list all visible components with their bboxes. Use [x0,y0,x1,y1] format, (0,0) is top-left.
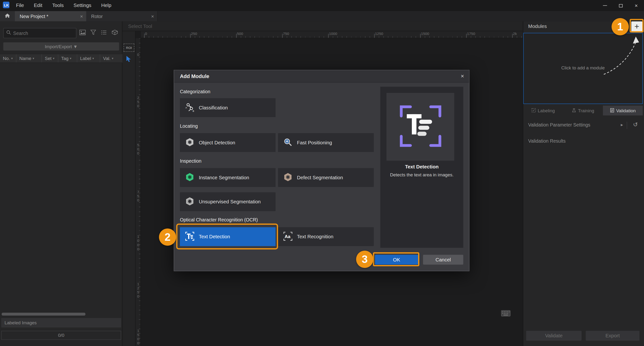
module-fast-positioning[interactable]: Fast Positioning [278,133,374,152]
column-name[interactable]: Name▾ [16,54,42,62]
tab-close-icon[interactable]: × [80,13,83,19]
reset-icon[interactable]: ↺ [633,121,638,128]
column-label[interactable]: Label▾ [77,54,100,62]
sort-arrow-icon: ▾ [11,56,13,60]
menu-tools[interactable]: Tools [47,0,69,11]
list-view-button[interactable] [100,29,108,38]
labeling-icon [532,108,536,113]
horizontal-scrollbar[interactable] [2,313,86,316]
defect-segmentation-icon [283,172,293,183]
cancel-button[interactable]: Cancel [423,255,463,264]
roi-label: ROI [126,46,132,49]
fast-positioning-icon [283,137,293,148]
tab-validation[interactable]: Validation [603,106,642,115]
virtual-keyboard-button[interactable] [501,310,510,318]
ruler-label: 1000 [329,32,337,36]
sort-arrow-icon: ▾ [53,56,54,60]
module-label: Text Recognition [297,234,333,239]
dialog-title: Add Module [180,74,209,79]
column-no[interactable]: No.▾ [0,54,16,62]
module-list-area[interactable]: Click to add a module [523,33,643,104]
roi-tool-button[interactable]: ROI [124,44,134,52]
tab-close-icon[interactable]: × [151,13,154,19]
module-text-recognition[interactable]: Aa Text Recognition [278,227,374,246]
annotation-step-1: 1 [612,18,629,36]
column-set[interactable]: Set▾ [42,54,58,62]
image-list-panel: Import/Export ▼ No.▾ Name▾ Set▾ Tag▾ Lab… [0,22,122,346]
ruler-label: 2 5 0 [136,96,141,108]
annotation-box-step2 [176,224,278,249]
module-object-detection[interactable]: Object Detection [180,133,276,152]
close-button[interactable]: × [628,0,644,11]
filter-icon [90,30,96,36]
ruler-label: 750 [283,32,289,36]
annotation-box-step3 [373,252,419,266]
import-export-button[interactable]: Import/Export ▼ [3,43,119,51]
dataset-button[interactable] [110,29,119,38]
validate-button[interactable]: Validate [526,331,582,341]
search-box[interactable] [3,28,76,38]
modules-panel-title: Modules [528,23,547,29]
training-icon [572,108,576,113]
menu-help[interactable]: Help [96,0,116,11]
tab-rotor[interactable]: Rotor × [86,11,158,22]
window-controls: × [597,0,644,11]
image-table-header: No.▾ Name▾ Set▾ Tag▾ Label▾ Val.▾ [0,54,122,63]
app-logo-icon: LK [3,2,10,10]
annotation-box-step1 [630,19,644,32]
module-defect-segmentation[interactable]: Defect Segmentation [278,168,374,187]
validation-icon [610,108,614,113]
object-detection-icon [185,137,194,148]
maximize-button[interactable] [613,0,628,11]
ruler-label: 5 0 0 [136,143,141,155]
minimize-button[interactable] [597,0,613,11]
module-classification[interactable]: AB Classification [180,98,276,117]
image-view-button[interactable] [78,29,87,38]
section-ocr: Optical Character Recognition (OCR) [180,217,258,222]
menu-settings[interactable]: Settings [69,0,96,11]
sort-arrow-icon: ▾ [32,56,34,60]
home-button[interactable] [0,11,15,22]
dashed-arrow-icon [524,33,643,83]
minimize-icon [603,5,607,6]
horizontal-ruler: 0 250 500 750 1000 1250 1500 1750 2k [141,31,523,38]
sort-arrow-icon: ▾ [70,56,71,60]
tab-label: Labeling [538,108,555,113]
export-button[interactable]: Export [586,331,640,341]
filter-button[interactable] [89,29,98,38]
module-unsupervised-segmentation[interactable]: Unsupervised Segmentation [180,192,276,211]
module-instance-segmentation[interactable]: Instance Segmentation [180,168,276,187]
module-label: Unsupervised Segmentation [199,199,260,205]
menu-file[interactable]: File [11,0,29,11]
svg-text:LK: LK [4,3,9,7]
ruler-label: 500 [237,32,243,36]
ruler-label: 1250 [375,32,383,36]
ruler-label: 250 [191,32,197,36]
vertical-ruler: 0 2 5 0 5 0 0 7 5 0 1 0 0 0 1 2 5 0 1 5 … [136,38,141,346]
preview-module-description: Detects the text area in images. [380,172,463,177]
expand-icon[interactable]: ▸ [621,122,623,127]
validation-parameter-settings-row[interactable]: Validation Parameter Settings ▸ ↺ [523,120,643,131]
tab-training[interactable]: Training [563,106,603,115]
text-recognition-icon: Aa [283,231,293,242]
svg-text:B: B [193,110,194,112]
labeled-images-bar[interactable]: Labeled Images [1,318,121,327]
param-settings-label: Validation Parameter Settings [528,122,590,127]
column-tag[interactable]: Tag▾ [58,54,77,62]
column-val[interactable]: Val.▾ [100,54,122,62]
maximize-icon [619,4,622,7]
column-label: Val. [103,56,110,61]
close-icon: × [634,3,638,9]
dialog-close-icon[interactable]: × [461,73,464,79]
tab-new-project[interactable]: New Project * × [15,11,86,22]
image-icon [79,29,86,36]
tab-labeling[interactable]: Labeling [523,106,563,115]
select-tool-button[interactable] [126,56,132,63]
menu-edit[interactable]: Edit [29,0,47,11]
svg-text:Aa: Aa [285,234,291,239]
unsupervised-segmentation-icon [185,196,194,207]
search-input[interactable] [13,31,71,36]
section-inspection: Inspection [180,159,201,163]
module-preview-icon-box [386,93,454,160]
search-icon [6,30,11,36]
